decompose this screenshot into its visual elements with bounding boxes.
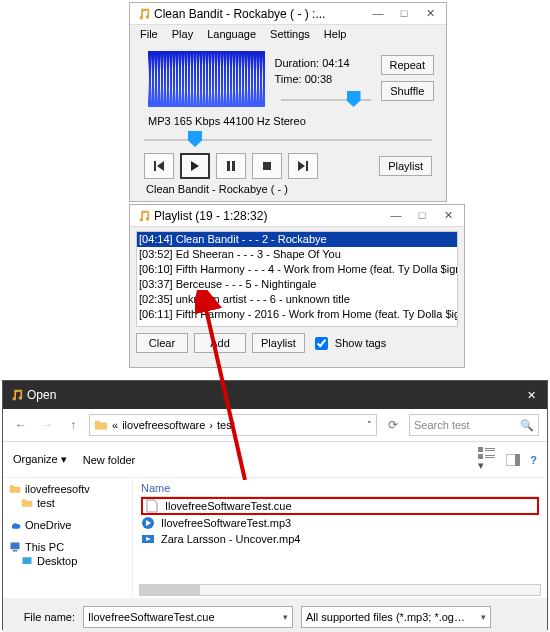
crumb-2[interactable]: test xyxy=(217,419,235,431)
nav-item[interactable]: Desktop xyxy=(7,554,128,568)
volume-slider[interactable] xyxy=(281,91,371,109)
preview-pane-icon[interactable] xyxy=(506,454,520,466)
svg-rect-1 xyxy=(478,447,483,452)
chevron-down-icon[interactable]: ˅ xyxy=(367,420,372,430)
nav-pane[interactable]: ilovefreesoftv test OneDrive This PC Des… xyxy=(3,478,133,598)
playlist-row-selected[interactable]: [04:14] Clean Bandit - - - 2 - Rockabye xyxy=(137,232,457,247)
close-icon[interactable]: ✕ xyxy=(525,389,537,402)
menu-file[interactable]: File xyxy=(140,28,158,40)
svg-rect-8 xyxy=(515,454,520,466)
open-title: Open xyxy=(27,388,525,402)
column-header-name[interactable]: Name xyxy=(141,480,539,497)
stop-button[interactable] xyxy=(252,153,282,179)
music-icon xyxy=(136,7,150,21)
playlist-window: Playlist (19 - 1:28:32) — □ ✕ [04:14] Cl… xyxy=(129,204,465,368)
add-button[interactable]: Add xyxy=(194,333,246,353)
playlist-title: Playlist (19 - 1:28:32) xyxy=(154,209,390,223)
filetype-filter[interactable]: All supported files (*.mp3; *.og… ▾ xyxy=(301,606,491,628)
breadcrumb[interactable]: « ilovefreesoftware › test ˅ xyxy=(89,414,377,436)
music-icon xyxy=(136,209,150,223)
chevron-down-icon[interactable]: ▾ xyxy=(481,612,486,622)
nav-item[interactable]: OneDrive xyxy=(7,518,128,532)
svg-rect-4 xyxy=(478,454,483,459)
maximize-icon[interactable]: □ xyxy=(416,209,428,222)
shuffle-button[interactable]: Shuffle xyxy=(381,81,434,101)
new-folder-button[interactable]: New folder xyxy=(83,454,136,466)
filename-input[interactable]: IlovefreeSoftwareTest.cue ▾ xyxy=(83,606,293,628)
repeat-button[interactable]: Repeat xyxy=(381,55,434,75)
menu-language[interactable]: Language xyxy=(207,28,256,40)
menu-help[interactable]: Help xyxy=(324,28,347,40)
seek-slider[interactable] xyxy=(144,131,432,149)
play-button[interactable] xyxy=(180,153,210,179)
crumb-1[interactable]: ilovefreesoftware xyxy=(122,419,205,431)
search-input[interactable]: Search test 🔍 xyxy=(409,414,539,436)
svg-rect-9 xyxy=(11,543,20,550)
nav-item[interactable]: This PC xyxy=(7,540,128,554)
filename-value: IlovefreeSoftwareTest.cue xyxy=(88,611,215,623)
forward-icon[interactable]: → xyxy=(37,415,57,435)
player-title: Clean Bandit - Rockabye ( - ) :... xyxy=(154,7,372,21)
audio-info: MP3 165 Kbps 44100 Hz Stereo xyxy=(148,115,438,127)
next-button[interactable] xyxy=(288,153,318,179)
playlist-row[interactable]: [06:11] Fifth Harmony - 2016 - Work from… xyxy=(137,307,457,322)
chevron-right-icon: › xyxy=(209,419,213,431)
menu-play[interactable]: Play xyxy=(172,28,193,40)
show-tags-input[interactable] xyxy=(315,337,328,350)
maximize-icon[interactable]: □ xyxy=(398,7,410,20)
menu-settings[interactable]: Settings xyxy=(270,28,310,40)
video-file-icon xyxy=(141,532,155,546)
file-item[interactable]: IlovefreeSoftwareTest.mp3 xyxy=(141,515,539,531)
pause-button[interactable] xyxy=(216,153,246,179)
file-name: IlovefreeSoftwareTest.cue xyxy=(165,500,292,512)
search-icon: 🔍 xyxy=(520,419,534,432)
address-bar-row: ← → ↑ « ilovefreesoftware › test ˅ ⟳ Sea… xyxy=(3,409,547,442)
file-name: Zara Larsson - Uncover.mp4 xyxy=(161,533,300,545)
audio-file-icon xyxy=(141,516,155,530)
now-playing-text: Clean Bandit - Rockabye ( - ) xyxy=(146,183,438,195)
player-menubar: File Play Language Settings Help xyxy=(130,25,446,43)
show-tags-checkbox[interactable]: Show tags xyxy=(311,334,386,353)
playlist-row[interactable]: [03:52] Ed Sheeran - - - 3 - Shape Of Yo… xyxy=(137,247,457,262)
file-item-highlighted[interactable]: IlovefreeSoftwareTest.cue xyxy=(141,497,539,515)
svg-rect-2 xyxy=(485,448,495,449)
playlist-row[interactable]: [06:10] Fifth Harmony - - - 4 - Work fro… xyxy=(137,262,457,277)
close-icon[interactable]: ✕ xyxy=(424,7,436,20)
svg-rect-6 xyxy=(485,457,495,458)
playlist-menu-button[interactable]: Playlist xyxy=(252,333,305,353)
organize-menu[interactable]: Organize ▾ xyxy=(13,453,67,466)
playlist-row[interactable]: [02:35] unknown artist - - - 6 - unknown… xyxy=(137,292,457,307)
playlist-titlebar: Playlist (19 - 1:28:32) — □ ✕ xyxy=(130,205,464,227)
clear-button[interactable]: Clear xyxy=(136,333,188,353)
svg-rect-3 xyxy=(485,450,495,451)
chevron-down-icon[interactable]: ▾ xyxy=(283,612,288,622)
open-dialog: Open ✕ ← → ↑ « ilovefreesoftware › test … xyxy=(2,380,548,630)
folder-icon xyxy=(94,418,108,432)
player-titlebar: Clean Bandit - Rockabye ( - ) :... — □ ✕ xyxy=(130,3,446,25)
playlist-button[interactable]: Playlist xyxy=(379,156,432,176)
nav-item[interactable]: test xyxy=(7,496,128,510)
help-icon[interactable]: ? xyxy=(530,454,537,466)
file-pane[interactable]: Name IlovefreeSoftwareTest.cue Ilovefree… xyxy=(133,478,547,598)
open-toolbar: Organize ▾ New folder ▾ ? xyxy=(3,442,547,478)
horizontal-scrollbar[interactable] xyxy=(139,584,541,596)
crumb-sep: « xyxy=(112,419,118,431)
file-name: IlovefreeSoftwareTest.mp3 xyxy=(161,517,291,529)
close-icon[interactable]: ✕ xyxy=(442,209,454,222)
search-placeholder: Search test xyxy=(414,419,470,431)
music-icon xyxy=(9,388,23,402)
up-icon[interactable]: ↑ xyxy=(63,415,83,435)
prev-button[interactable] xyxy=(144,153,174,179)
minimize-icon[interactable]: — xyxy=(390,209,402,222)
view-icon[interactable]: ▾ xyxy=(478,447,496,472)
file-item[interactable]: Zara Larsson - Uncover.mp4 xyxy=(141,531,539,547)
svg-rect-0 xyxy=(263,162,271,170)
playlist-list[interactable]: [04:14] Clean Bandit - - - 2 - Rockabye … xyxy=(136,231,458,327)
refresh-icon[interactable]: ⟳ xyxy=(383,415,403,435)
minimize-icon[interactable]: — xyxy=(372,7,384,20)
playlist-row[interactable]: [03:37] Berceuse - - - 5 - Nightingale xyxy=(137,277,457,292)
svg-rect-10 xyxy=(13,550,18,552)
svg-rect-11 xyxy=(23,557,32,564)
back-icon[interactable]: ← xyxy=(11,415,31,435)
nav-item[interactable]: ilovefreesoftv xyxy=(7,482,128,496)
